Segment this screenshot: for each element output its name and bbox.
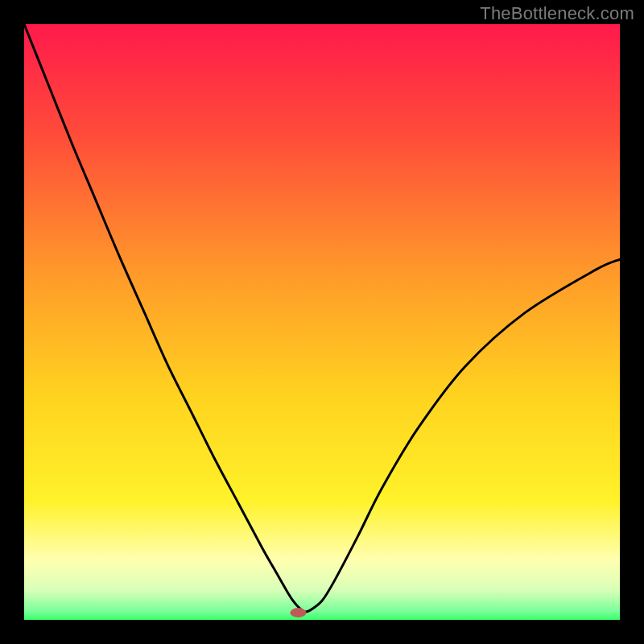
plot-area xyxy=(24,24,620,620)
gradient-background xyxy=(24,24,620,620)
watermark-text: TheBottleneck.com xyxy=(480,3,634,24)
bottleneck-chart xyxy=(24,24,620,620)
optimal-marker xyxy=(290,608,306,617)
chart-frame: TheBottleneck.com xyxy=(0,0,644,644)
